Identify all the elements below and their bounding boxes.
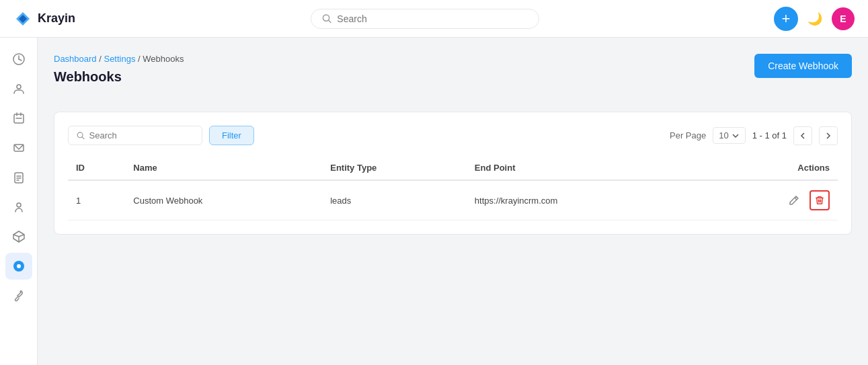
col-end-point: End Point xyxy=(467,156,695,180)
header: Krayin + 🌙 E xyxy=(0,0,868,38)
search-icon xyxy=(77,131,85,140)
dark-mode-icon[interactable]: 🌙 xyxy=(807,11,822,26)
table-search-input[interactable] xyxy=(89,130,194,140)
sidebar-item-settings[interactable] xyxy=(5,253,32,280)
svg-point-13 xyxy=(17,203,21,207)
sidebar-item-mail[interactable] xyxy=(5,134,32,161)
avatar[interactable]: E xyxy=(832,7,855,30)
webhooks-card: Filter Per Page 10 1 - 1 of 1 xyxy=(54,112,852,235)
delete-button[interactable] xyxy=(810,190,830,210)
toolbar: Filter Per Page 10 1 - 1 of 1 xyxy=(68,126,838,145)
sidebar-item-tools[interactable] xyxy=(5,282,32,309)
breadcrumb-settings[interactable]: Settings xyxy=(104,54,135,64)
table-header: ID Name Entity Type End Point Actions xyxy=(68,156,838,180)
pencil-icon xyxy=(789,195,799,206)
add-button[interactable]: + xyxy=(774,7,798,31)
page-header: Dashboard / Settings / Webhooks Webhooks… xyxy=(54,54,852,98)
cell-id: 1 xyxy=(68,180,125,220)
toolbar-left: Filter xyxy=(68,126,254,145)
cell-actions xyxy=(695,180,838,220)
logo-text: Krayin xyxy=(38,11,75,26)
sidebar-item-tasks[interactable] xyxy=(5,164,32,191)
page-header-left: Dashboard / Settings / Webhooks Webhooks xyxy=(54,54,184,98)
breadcrumb: Dashboard / Settings / Webhooks xyxy=(54,54,184,64)
svg-point-18 xyxy=(17,264,21,268)
page-info: 1 - 1 of 1 xyxy=(752,130,787,140)
table-row: 1 Custom Webhook leads https://krayincrm… xyxy=(68,180,838,220)
breadcrumb-dashboard[interactable]: Dashboard xyxy=(54,54,97,64)
logo-icon xyxy=(13,9,32,28)
main-content: Dashboard / Settings / Webhooks Webhooks… xyxy=(38,38,868,365)
table-search-box[interactable] xyxy=(68,126,202,145)
sidebar-item-activities[interactable] xyxy=(5,105,32,132)
chevron-left-icon xyxy=(799,132,806,139)
prev-page-button[interactable] xyxy=(793,126,812,145)
per-page-label: Per Page xyxy=(670,130,706,140)
sidebar xyxy=(0,38,38,365)
per-page-select[interactable]: 10 xyxy=(713,127,745,144)
global-search-box[interactable] xyxy=(311,9,539,29)
col-actions: Actions xyxy=(695,156,838,180)
page-title: Webhooks xyxy=(54,69,184,85)
per-page-value: 10 xyxy=(719,130,728,140)
breadcrumb-webhooks: Webhooks xyxy=(143,54,184,64)
sidebar-item-contacts[interactable] xyxy=(5,75,32,102)
table-body: 1 Custom Webhook leads https://krayincrm… xyxy=(68,180,838,220)
edit-button[interactable] xyxy=(784,190,804,210)
global-search-input[interactable] xyxy=(337,13,527,24)
svg-point-3 xyxy=(17,85,21,89)
sidebar-item-persons[interactable] xyxy=(5,194,32,220)
svg-line-15 xyxy=(13,235,19,237)
chevron-down-icon xyxy=(732,132,740,140)
trash-icon xyxy=(815,196,824,205)
svg-line-20 xyxy=(82,136,84,138)
action-buttons xyxy=(703,190,830,210)
create-webhook-button[interactable]: Create Webhook xyxy=(754,54,852,78)
cell-entity-type: leads xyxy=(322,180,467,220)
cell-end-point: https://krayincrm.com xyxy=(467,180,695,220)
toolbar-right: Per Page 10 1 - 1 of 1 xyxy=(670,126,838,145)
svg-line-21 xyxy=(795,198,797,200)
logo: Krayin xyxy=(13,9,75,28)
col-name: Name xyxy=(125,156,322,180)
chevron-right-icon xyxy=(825,132,832,139)
search-icon xyxy=(322,13,332,24)
next-page-button[interactable] xyxy=(819,126,838,145)
col-id: ID xyxy=(68,156,125,180)
sidebar-item-products[interactable] xyxy=(5,223,32,250)
svg-line-16 xyxy=(19,235,24,237)
sidebar-item-dashboard[interactable] xyxy=(5,46,32,73)
webhooks-table: ID Name Entity Type End Point Actions 1 … xyxy=(68,156,838,220)
cell-name: Custom Webhook xyxy=(125,180,322,220)
filter-button[interactable]: Filter xyxy=(209,126,254,145)
header-right: + 🌙 E xyxy=(774,7,855,31)
col-entity-type: Entity Type xyxy=(322,156,467,180)
svg-line-1 xyxy=(328,20,330,22)
